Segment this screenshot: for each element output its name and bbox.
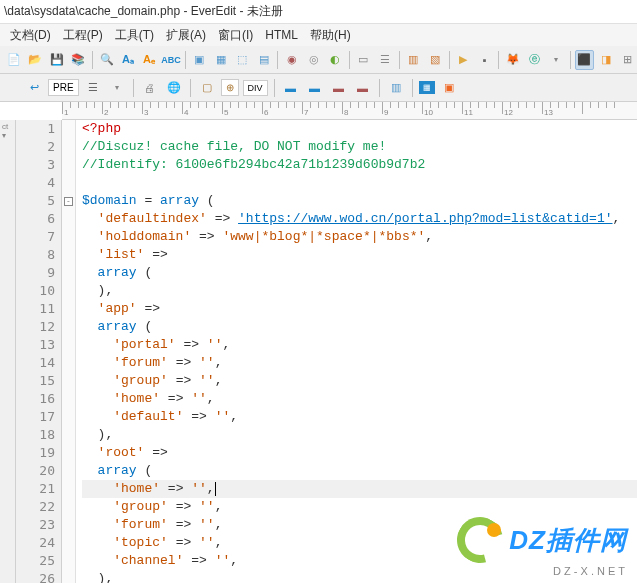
- find-files-icon[interactable]: ABC: [161, 50, 181, 70]
- separator: [185, 51, 186, 69]
- menu-item[interactable]: 工程(P): [57, 25, 109, 46]
- find-next-icon[interactable]: Aₑ: [140, 50, 159, 70]
- window-icon[interactable]: ▭: [354, 50, 373, 70]
- wrap-icon[interactable]: ↩: [24, 78, 44, 98]
- toolbar-main: 📄 📂 💾 📚 🔍 Aₐ Aₑ ABC ▣ ▦ ⬚ ▤ ◉ ◎ ◐ ▭ ☰ ▥ …: [0, 46, 637, 74]
- block-end-icon[interactable]: ▦: [211, 50, 230, 70]
- globe-icon[interactable]: 🌐: [164, 78, 184, 98]
- box-icon[interactable]: ▢: [197, 78, 217, 98]
- code-line[interactable]: 'root' =>: [82, 444, 637, 462]
- fold-column: -: [62, 120, 76, 583]
- image-icon[interactable]: ▥: [386, 78, 406, 98]
- link-icon[interactable]: ◐: [325, 50, 344, 70]
- code-line[interactable]: 'group' => '',: [82, 372, 637, 390]
- line-gutter: 1234567891011121314151617181920212223242…: [16, 120, 62, 583]
- dropdown2-icon[interactable]: ▾: [107, 78, 127, 98]
- window-title: \data\sysdata\cache_domain.php - EverEdi…: [4, 3, 283, 20]
- separator: [349, 51, 350, 69]
- tag-button[interactable]: ⊕: [221, 79, 239, 96]
- code-line[interactable]: ),: [82, 426, 637, 444]
- menu-item[interactable]: 文档(D): [4, 25, 57, 46]
- weibo-icon[interactable]: ◉: [282, 50, 301, 70]
- check-icon[interactable]: ▣: [439, 78, 459, 98]
- separator: [412, 79, 413, 97]
- separator: [92, 51, 93, 69]
- separator: [399, 51, 400, 69]
- layout1-icon[interactable]: ⬛: [575, 50, 595, 70]
- block-paste-icon[interactable]: ▤: [254, 50, 273, 70]
- code-line[interactable]: 'portal' => '',: [82, 336, 637, 354]
- layout3-icon[interactable]: ⊞: [618, 50, 637, 70]
- code-line[interactable]: 'forum' => '',: [82, 354, 637, 372]
- layout2-icon[interactable]: ◨: [596, 50, 615, 70]
- menu-item[interactable]: HTML: [259, 26, 304, 44]
- code-line[interactable]: ),: [82, 282, 637, 300]
- code-line[interactable]: [82, 174, 637, 192]
- code-line[interactable]: 'defaultindex' => 'https://www.wod.cn/po…: [82, 210, 637, 228]
- code-line[interactable]: 'app' =>: [82, 300, 637, 318]
- watermark-sub: D Z - X . N E T: [553, 565, 625, 577]
- share-icon[interactable]: ◎: [304, 50, 323, 70]
- new-file-icon[interactable]: 📄: [4, 50, 23, 70]
- block-copy-icon[interactable]: ⬚: [233, 50, 252, 70]
- color1-icon[interactable]: ▬: [281, 78, 301, 98]
- ruler: 12345678910111213: [62, 102, 637, 120]
- menu-bar: 文档(D)工程(P)工具(T)扩展(A)窗口(I)HTML帮助(H): [0, 24, 637, 46]
- save-icon[interactable]: 💾: [47, 50, 66, 70]
- code-line[interactable]: 'forum' => '',: [82, 516, 637, 534]
- separator: [449, 51, 450, 69]
- pre-button[interactable]: PRE: [48, 79, 79, 96]
- code-line[interactable]: array (: [82, 264, 637, 282]
- code-line[interactable]: array (: [82, 318, 637, 336]
- code-line[interactable]: 'home' => '',: [82, 480, 637, 498]
- ie-icon[interactable]: ⓔ: [525, 50, 544, 70]
- title-bar: \data\sysdata\cache_domain.php - EverEdi…: [0, 0, 637, 24]
- color2-icon[interactable]: ▬: [305, 78, 325, 98]
- editor: ct ▾ 12345678910111213141516171819202122…: [0, 120, 637, 583]
- separator: [498, 51, 499, 69]
- fold-toggle[interactable]: -: [64, 197, 73, 206]
- tool1-icon[interactable]: ▥: [404, 50, 423, 70]
- side-panel: ct ▾: [0, 120, 16, 583]
- menu-item[interactable]: 帮助(H): [304, 25, 357, 46]
- block-start-icon[interactable]: ▣: [190, 50, 209, 70]
- code-line[interactable]: 'group' => '',: [82, 498, 637, 516]
- separator: [277, 51, 278, 69]
- menu-item[interactable]: 工具(T): [109, 25, 160, 46]
- code-line[interactable]: //Identify: 6100e6fb294bc42a71b1239d60b9…: [82, 156, 637, 174]
- code-area[interactable]: <?php//Discuz! cache file, DO NOT modify…: [76, 120, 637, 583]
- tool2-icon[interactable]: ▧: [425, 50, 444, 70]
- run-icon[interactable]: ▶: [453, 50, 472, 70]
- code-line[interactable]: 'holddomain' => 'www|*blog*|*space*|*bbs…: [82, 228, 637, 246]
- separator: [133, 79, 134, 97]
- color3-icon[interactable]: ▬: [329, 78, 349, 98]
- code-line[interactable]: array (: [82, 462, 637, 480]
- separator: [379, 79, 380, 97]
- code-line[interactable]: 'list' =>: [82, 246, 637, 264]
- menu-item[interactable]: 扩展(A): [160, 25, 212, 46]
- panel-icon[interactable]: ☰: [375, 50, 394, 70]
- open-file-icon[interactable]: 📂: [25, 50, 44, 70]
- replace-icon[interactable]: Aₐ: [118, 50, 137, 70]
- code-line[interactable]: <?php: [82, 120, 637, 138]
- code-line[interactable]: $domain = array (: [82, 192, 637, 210]
- html-badge[interactable]: ▦: [419, 81, 435, 94]
- code-line[interactable]: 'topic' => '',: [82, 534, 637, 552]
- separator: [190, 79, 191, 97]
- separator: [274, 79, 275, 97]
- find-icon[interactable]: 🔍: [97, 50, 116, 70]
- firefox-icon[interactable]: 🦊: [503, 50, 522, 70]
- code-line[interactable]: //Discuz! cache file, DO NOT modify me!: [82, 138, 637, 156]
- save-all-icon[interactable]: 📚: [68, 50, 87, 70]
- separator: [570, 51, 571, 69]
- text-cursor: [215, 482, 216, 496]
- dropdown-icon[interactable]: ▾: [546, 50, 565, 70]
- code-line[interactable]: 'home' => '',: [82, 390, 637, 408]
- menu-item[interactable]: 窗口(I): [212, 25, 259, 46]
- color4-icon[interactable]: ▬: [353, 78, 373, 98]
- terminal-icon[interactable]: ▪: [475, 50, 494, 70]
- code-line[interactable]: 'default' => '',: [82, 408, 637, 426]
- print-icon[interactable]: 🖨: [140, 78, 160, 98]
- div-button[interactable]: DIV: [243, 80, 268, 96]
- list-icon[interactable]: ☰: [83, 78, 103, 98]
